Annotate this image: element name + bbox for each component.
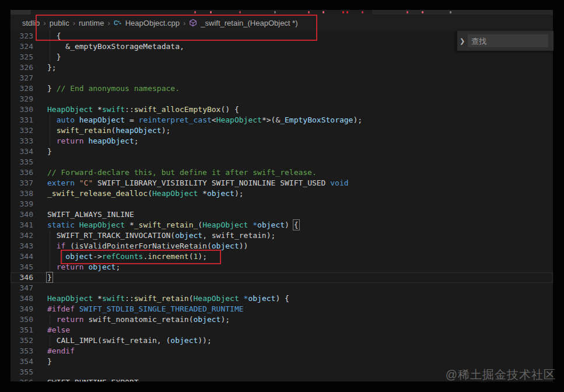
code-line[interactable]: 342 SWIFT_RT_TRACK_INVOCATION(object, sw… [10, 230, 553, 241]
code-text: object->refCounts.increment(1); [33, 251, 207, 262]
line-number[interactable]: 350 [10, 314, 33, 325]
line-number[interactable]: 355 [10, 367, 33, 377]
code-line[interactable]: 338_swift_release_dealloc(HeapObject *ob… [10, 188, 553, 199]
symbol-method-icon [188, 18, 198, 27]
breadcrumb-item[interactable]: runtime [79, 19, 104, 27]
line-number[interactable]: 339 [10, 199, 33, 209]
code-line[interactable]: 344 object->refCounts.increment(1); [10, 251, 553, 262]
breadcrumb-item[interactable]: stdlib [22, 19, 40, 27]
line-number[interactable]: 330 [10, 104, 33, 115]
code-line[interactable]: 343 if (isValidPointerForNativeRetain(ob… [10, 241, 553, 251]
tab-indicator-dot [274, 11, 276, 13]
code-text: HeapObject *swift::swift_allocEmptyBox()… [33, 104, 239, 115]
line-number[interactable]: 349 [10, 304, 33, 314]
breadcrumb-separator-icon: › [183, 19, 185, 27]
code-text [33, 283, 47, 293]
code-line[interactable]: 334} [10, 146, 553, 157]
line-number[interactable]: 341 [10, 220, 33, 230]
line-number[interactable]: 352 [10, 335, 33, 346]
code-line[interactable]: 332 swift_retain(heapObject); [10, 125, 553, 136]
indent-guide [62, 251, 63, 262]
line-number[interactable]: 343 [10, 241, 33, 251]
indent-guide [50, 230, 50, 241]
line-number[interactable]: 332 [10, 125, 33, 136]
code-line[interactable]: 325 } [10, 52, 553, 62]
code-text [33, 199, 47, 209]
breadcrumb-item[interactable]: _swift_retain_(HeapObject *) [201, 19, 297, 27]
indent-guide [50, 314, 50, 325]
code-text: CALL_IMPL(swift_retain, (object)); [33, 335, 212, 346]
code-line[interactable]: 345 return object; [10, 262, 553, 272]
line-number[interactable]: 353 [10, 346, 33, 356]
code-line[interactable]: 350 return swift_nonatomic_retain(object… [10, 314, 553, 325]
code-text: SWIFT_ALWAYS_INLINE [33, 209, 134, 220]
line-number[interactable]: 356 [10, 377, 33, 382]
line-number[interactable]: 329 [10, 94, 33, 104]
code-line[interactable]: 337extern "C" SWIFT_LIBRARY_VISIBILITY S… [10, 178, 553, 188]
find-input[interactable] [468, 34, 548, 47]
code-line[interactable]: 354} [10, 356, 553, 367]
breadcrumb-item[interactable]: public [50, 19, 69, 27]
code-line[interactable]: 352 CALL_IMPL(swift_retain, (object)); [10, 335, 553, 346]
code-line[interactable]: 341static HeapObject *_swift_retain_(Hea… [10, 220, 553, 230]
tab-indicator-dot [346, 11, 348, 13]
code-line[interactable]: 331 auto heapObject = reinterpret_cast<H… [10, 115, 553, 125]
tab-indicator-dot [308, 11, 310, 13]
code-text: } // End anonymous namespace. [33, 83, 180, 94]
breadcrumb-item[interactable]: HeapObject.cpp [125, 19, 180, 27]
line-number[interactable]: 323 [10, 31, 33, 41]
indent-guide [50, 31, 50, 41]
code-line[interactable]: 339 [10, 199, 553, 209]
code-line[interactable]: 333 return heapObject; [10, 136, 553, 146]
code-line[interactable]: 353#endif [10, 346, 553, 356]
line-number[interactable]: 331 [10, 115, 33, 125]
line-number[interactable]: 328 [10, 83, 33, 94]
line-number[interactable]: 337 [10, 178, 33, 188]
code-text: if (isValidPointerForNativeRetain(object… [33, 241, 248, 251]
code-editor[interactable]: 323 {324 &_emptyBoxStorageMetadata,325 }… [10, 31, 553, 382]
code-line[interactable]: 329 [10, 94, 553, 104]
code-line[interactable]: 340SWIFT_ALWAYS_INLINE [10, 209, 553, 220]
line-number[interactable]: 346 [10, 272, 33, 283]
code-line[interactable]: 348HeapObject *swift::swift_retain(HeapO… [10, 293, 553, 304]
line-number[interactable]: 334 [10, 146, 33, 157]
tab-indicator-dot [323, 11, 324, 13]
toggle-replace-chevron-icon[interactable]: ❯ [457, 37, 468, 45]
line-number[interactable]: 335 [10, 157, 33, 167]
line-number[interactable]: 333 [10, 136, 33, 146]
code-text [33, 73, 47, 83]
indent-guide [50, 115, 50, 125]
line-number[interactable]: 354 [10, 356, 33, 367]
tab-indicator-dot [407, 11, 408, 13]
code-line[interactable]: 347 [10, 283, 553, 293]
code-line[interactable]: 330HeapObject *swift::swift_allocEmptyBo… [10, 104, 553, 115]
code-line[interactable]: 335 [10, 157, 553, 167]
code-text: SWIFT_RT_TRACK_INVOCATION(object, swift_… [33, 230, 275, 241]
line-number[interactable]: 338 [10, 188, 33, 199]
line-number[interactable]: 345 [10, 262, 33, 272]
code-text: #ifdef SWIFT_STDLIB_SINGLE_THREADED_RUNT… [33, 304, 244, 314]
code-line[interactable]: 351#else [10, 325, 553, 335]
code-text: } [33, 146, 52, 157]
line-number[interactable]: 347 [10, 283, 33, 293]
line-number[interactable]: 325 [10, 52, 33, 62]
code-text: SWIFT_RUNTIME_EXPORT [33, 377, 139, 382]
line-number[interactable]: 327 [10, 73, 33, 83]
line-number[interactable]: 326 [10, 62, 33, 73]
line-number[interactable]: 324 [10, 41, 33, 52]
line-number[interactable]: 344 [10, 251, 33, 262]
code-text: swift_retain(heapObject); [33, 125, 170, 136]
tab-stub [10, 10, 31, 15]
line-number[interactable]: 340 [10, 209, 33, 220]
code-line[interactable]: 327 [10, 73, 553, 83]
code-line[interactable]: 326}; [10, 62, 553, 73]
line-number[interactable]: 348 [10, 293, 33, 304]
line-number[interactable]: 342 [10, 230, 33, 241]
svg-text:+: + [120, 22, 122, 26]
code-line[interactable]: 328} // End anonymous namespace. [10, 83, 553, 94]
line-number[interactable]: 351 [10, 325, 33, 335]
code-line[interactable]: 349#ifdef SWIFT_STDLIB_SINGLE_THREADED_R… [10, 304, 553, 314]
code-line[interactable]: 336// Forward-declare this, but define i… [10, 167, 553, 178]
code-line[interactable]: 346} [10, 272, 553, 283]
line-number[interactable]: 336 [10, 167, 33, 178]
